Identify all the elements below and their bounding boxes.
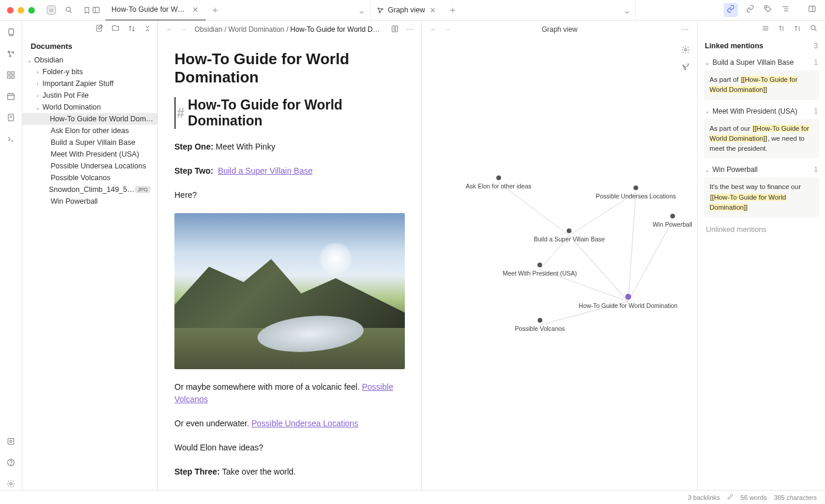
daily-notes-icon[interactable] bbox=[6, 92, 15, 102]
tree-item[interactable]: Possible Volcanos bbox=[22, 172, 157, 184]
collapse-icon[interactable] bbox=[144, 24, 151, 35]
tree-item[interactable]: Win Powerball bbox=[22, 195, 157, 207]
right-sidebar-toggle-icon[interactable] bbox=[806, 4, 818, 16]
templates-icon[interactable] bbox=[6, 113, 15, 124]
svg-rect-23 bbox=[12, 72, 14, 74]
chevron-icon[interactable]: ⌄ bbox=[25, 57, 34, 64]
close-icon[interactable]: ✕ bbox=[191, 4, 200, 15]
vault-icon[interactable] bbox=[6, 437, 15, 447]
tree-item[interactable]: ›Important Zapier Stuff bbox=[22, 78, 157, 89]
tree-item[interactable]: ›Justin Pot File bbox=[22, 89, 157, 101]
tree-item[interactable]: Build a Super Villain Base bbox=[22, 137, 157, 148]
chevron-icon[interactable]: › bbox=[33, 69, 42, 75]
graph-canvas[interactable]: Ask Elon for other ideasPossible Underse… bbox=[422, 38, 697, 490]
add-tab-icon[interactable]: ＋ bbox=[206, 4, 225, 16]
more-icon[interactable]: ⋯ bbox=[682, 25, 689, 34]
status-backlinks[interactable]: 3 backlinks bbox=[688, 494, 720, 501]
tab-graph[interactable]: Graph view ✕ bbox=[371, 0, 443, 21]
tab-dropdown-icon[interactable]: ⌄ bbox=[623, 5, 631, 16]
chevron-icon[interactable]: ⌄ bbox=[33, 104, 42, 111]
sort-icon[interactable] bbox=[778, 24, 786, 35]
graph-node[interactable]: Possible Undersea Locations bbox=[596, 185, 676, 200]
backlinks-icon[interactable] bbox=[724, 3, 738, 17]
svg-rect-34 bbox=[8, 439, 14, 445]
graph-node[interactable]: Win Powerball bbox=[652, 214, 692, 228]
tab-document[interactable]: How-To Guide for World ... ✕ bbox=[105, 0, 206, 21]
graph-nav-icon[interactable] bbox=[6, 49, 15, 60]
breadcrumb[interactable]: Obsidian / World Domination / How-To Gui… bbox=[194, 25, 384, 34]
collapse-icon[interactable] bbox=[794, 24, 801, 35]
nav-back-icon[interactable]: ← bbox=[166, 25, 173, 34]
tree-item[interactable]: Possible Undersea Locations bbox=[22, 160, 157, 172]
section-header: Documents bbox=[22, 38, 157, 54]
mention-header[interactable]: ⌄Win Powerball1 bbox=[704, 163, 819, 176]
mention-context[interactable]: As part of our [[How-To Guide for World … bbox=[704, 119, 819, 159]
tree-item[interactable]: Meet With President (USA) bbox=[22, 148, 157, 160]
node-dot bbox=[625, 294, 631, 300]
editor-body[interactable]: How-To Guide for World Domination #How-T… bbox=[158, 38, 421, 490]
tree-label: Folder-y bits bbox=[42, 68, 83, 76]
mention-context[interactable]: As part of [[How-To Guide for World Domi… bbox=[704, 70, 819, 100]
max-window[interactable] bbox=[28, 7, 35, 14]
tag-icon[interactable] bbox=[763, 4, 773, 16]
nav-forward-icon[interactable]: → bbox=[444, 25, 451, 34]
tab-dropdown-icon[interactable]: ⌄ bbox=[358, 5, 365, 16]
graph-node[interactable]: Build a Super Villain Base bbox=[534, 228, 605, 243]
tree-item[interactable]: Snowdon_Climb_149_5D3_27...JPG bbox=[22, 184, 157, 195]
unlinked-mentions-header[interactable]: Unlinked mentions bbox=[698, 220, 825, 240]
mention-header[interactable]: ⌄Meet With President (USA)1 bbox=[704, 105, 819, 118]
node-dot bbox=[537, 263, 542, 267]
mention-context[interactable]: It's the best way to finance our [[How-T… bbox=[704, 177, 819, 217]
tree-label: Win Powerball bbox=[51, 197, 98, 205]
svg-rect-14 bbox=[809, 6, 816, 11]
tab-label: Graph view bbox=[388, 6, 425, 14]
nav-forward-icon[interactable]: → bbox=[180, 25, 187, 34]
tree-item[interactable]: How-To Guide for World Dominat... bbox=[22, 113, 157, 125]
chevron-icon[interactable]: › bbox=[33, 81, 42, 87]
internal-link[interactable]: Build a Super Villain Base bbox=[218, 166, 313, 175]
editor-pane: ← → Obsidian / World Domination / How-To… bbox=[158, 21, 422, 490]
command-icon[interactable] bbox=[6, 134, 15, 145]
close-icon[interactable]: ✕ bbox=[428, 5, 437, 16]
settings-icon[interactable] bbox=[6, 479, 15, 490]
svg-line-9 bbox=[380, 9, 382, 12]
right-panel: Linked mentions3 ⌄Build a Super Villain … bbox=[698, 21, 825, 490]
nav-back-icon[interactable]: ← bbox=[430, 25, 437, 34]
graph-node[interactable]: Ask Elon for other ideas bbox=[466, 175, 531, 190]
new-folder-icon[interactable] bbox=[111, 24, 120, 35]
search-icon[interactable] bbox=[810, 24, 818, 35]
more-icon[interactable]: ⋯ bbox=[406, 25, 413, 34]
svg-point-37 bbox=[11, 465, 11, 465]
help-icon[interactable] bbox=[6, 458, 15, 469]
canvas-icon[interactable] bbox=[6, 71, 15, 81]
quick-switch-icon[interactable] bbox=[6, 28, 16, 39]
outgoing-links-icon[interactable] bbox=[745, 4, 755, 16]
bookmark-icon[interactable] bbox=[82, 5, 91, 15]
graph-node[interactable]: Possible Volcanos bbox=[514, 318, 565, 332]
add-tab-icon[interactable]: ＋ bbox=[443, 4, 462, 16]
mention-header[interactable]: ⌄Build a Super Villain Base1 bbox=[704, 56, 819, 69]
tree-item[interactable]: Ask Elon for other ideas bbox=[22, 125, 157, 137]
tree-item[interactable]: ›Folder-y bits bbox=[22, 66, 157, 78]
internal-link[interactable]: Possible Undersea Locations bbox=[252, 419, 358, 428]
files-icon[interactable] bbox=[47, 5, 56, 15]
sidebar-toggle-icon[interactable] bbox=[91, 5, 101, 15]
close-window[interactable] bbox=[7, 7, 14, 14]
new-note-icon[interactable] bbox=[95, 24, 103, 35]
outline-icon[interactable] bbox=[780, 4, 791, 16]
step-label: Step One: bbox=[174, 142, 213, 151]
graph-pane: ← → Graph view ⋯ Ask Elon for other idea… bbox=[422, 21, 698, 490]
h1-source[interactable]: #How-To Guide for World Domination bbox=[174, 97, 405, 129]
tree-item[interactable]: ⌄Obsidian bbox=[22, 54, 157, 66]
chevron-icon[interactable]: › bbox=[33, 92, 42, 99]
search-icon[interactable] bbox=[64, 5, 74, 15]
reading-mode-icon[interactable] bbox=[391, 25, 399, 35]
min-window[interactable] bbox=[18, 7, 24, 14]
linked-mentions-header[interactable]: Linked mentions3 bbox=[698, 38, 825, 54]
tree-item[interactable]: ⌄World Domination bbox=[22, 101, 157, 113]
node-label: Possible Volcanos bbox=[514, 325, 565, 332]
list-icon[interactable] bbox=[761, 24, 770, 35]
sort-icon[interactable] bbox=[128, 24, 136, 35]
graph-node[interactable]: Meet With President (USA) bbox=[503, 263, 577, 277]
graph-node[interactable]: How-To Guide for World Domination bbox=[579, 294, 678, 309]
